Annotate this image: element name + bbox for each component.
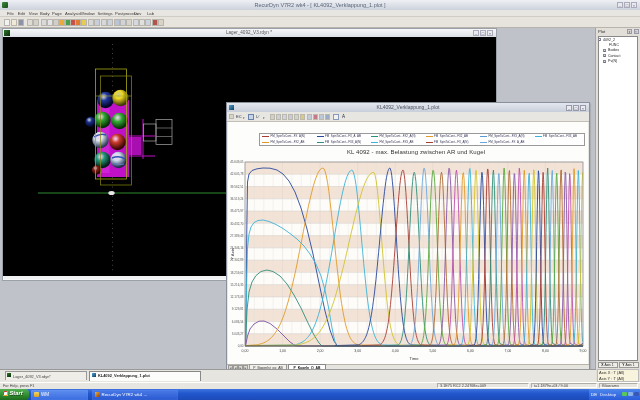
svg-text:4,00: 4,00 [392, 349, 399, 353]
svg-text:30.432,70: 30.432,70 [230, 222, 244, 226]
svg-text:39.562,51: 39.562,51 [230, 185, 244, 189]
svg-text:18.259,62: 18.259,62 [230, 271, 244, 275]
svg-text:3,00: 3,00 [354, 349, 361, 353]
svg-text:5,00: 5,00 [429, 349, 436, 353]
svg-text:8,00: 8,00 [542, 349, 549, 353]
svg-text:Y Axis: Y Axis [230, 248, 235, 260]
svg-text:9.129,81: 9.129,81 [232, 307, 244, 311]
svg-text:9,00: 9,00 [580, 349, 587, 353]
svg-text:12.173,08: 12.173,08 [230, 295, 244, 299]
svg-text:1,00: 1,00 [279, 349, 286, 353]
svg-text:6.086,54: 6.086,54 [232, 320, 244, 324]
svg-text:42.605,78: 42.605,78 [230, 172, 244, 176]
svg-text:15.216,35: 15.216,35 [230, 283, 244, 287]
svg-text:45.649,05: 45.649,05 [230, 160, 244, 164]
svg-text:0,00: 0,00 [242, 349, 249, 353]
svg-text:2,00: 2,00 [317, 349, 324, 353]
svg-text:6,00: 6,00 [467, 349, 474, 353]
svg-text:27.389,43: 27.389,43 [230, 234, 244, 238]
svg-text:33.475,97: 33.475,97 [230, 209, 244, 213]
svg-text:0,00: 0,00 [238, 344, 244, 348]
svg-text:7,00: 7,00 [504, 349, 511, 353]
svg-text:Time: Time [409, 356, 419, 361]
svg-text:3.043,27: 3.043,27 [232, 332, 244, 336]
svg-text:36.519,24: 36.519,24 [230, 197, 244, 201]
